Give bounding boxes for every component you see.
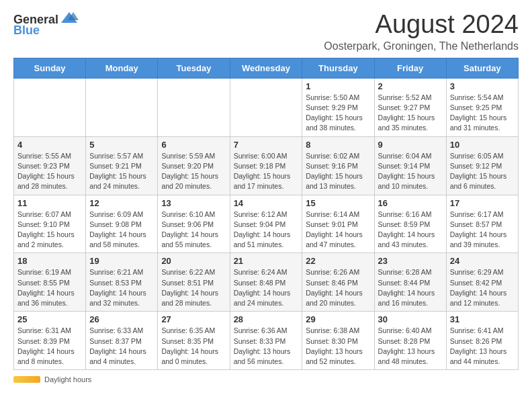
day-number: 15 — [306, 198, 370, 208]
calendar-header-wednesday: Wednesday — [230, 58, 302, 78]
calendar-cell: 15Sunrise: 6:14 AM Sunset: 9:01 PM Dayli… — [302, 195, 374, 253]
day-number: 12 — [89, 198, 154, 208]
calendar-cell — [230, 78, 302, 136]
day-info: Sunrise: 5:59 AM Sunset: 9:20 PM Dayligh… — [161, 151, 226, 192]
calendar-header-sunday: Sunday — [14, 58, 86, 78]
day-number: 22 — [306, 256, 370, 266]
daylight-bar-icon — [13, 376, 40, 383]
calendar-cell: 13Sunrise: 6:10 AM Sunset: 9:06 PM Dayli… — [158, 195, 230, 253]
day-info: Sunrise: 6:26 AM Sunset: 8:46 PM Dayligh… — [306, 267, 370, 308]
day-info: Sunrise: 6:28 AM Sunset: 8:44 PM Dayligh… — [378, 267, 443, 308]
calendar-week-row: 4Sunrise: 5:55 AM Sunset: 9:23 PM Daylig… — [14, 136, 519, 195]
day-number: 27 — [161, 314, 226, 324]
day-number: 9 — [378, 140, 443, 150]
day-number: 6 — [161, 140, 226, 150]
day-info: Sunrise: 6:40 AM Sunset: 8:28 PM Dayligh… — [378, 326, 443, 367]
day-info: Sunrise: 6:41 AM Sunset: 8:26 PM Dayligh… — [450, 326, 515, 367]
day-info: Sunrise: 6:21 AM Sunset: 8:53 PM Dayligh… — [89, 267, 154, 308]
day-number: 2 — [378, 81, 443, 91]
day-number: 29 — [306, 314, 370, 324]
day-info: Sunrise: 6:07 AM Sunset: 9:10 PM Dayligh… — [17, 210, 82, 250]
day-info: Sunrise: 5:50 AM Sunset: 9:29 PM Dayligh… — [306, 93, 370, 134]
day-number: 13 — [161, 198, 226, 208]
calendar-cell: 18Sunrise: 6:19 AM Sunset: 8:55 PM Dayli… — [14, 253, 86, 312]
day-number: 24 — [450, 256, 515, 266]
day-number: 7 — [234, 140, 299, 150]
calendar-cell — [158, 78, 230, 136]
calendar-cell: 27Sunrise: 6:35 AM Sunset: 8:35 PM Dayli… — [158, 312, 230, 370]
calendar-header-row: SundayMondayTuesdayWednesdayThursdayFrid… — [14, 58, 519, 78]
calendar-cell: 2Sunrise: 5:52 AM Sunset: 9:27 PM Daylig… — [374, 78, 446, 136]
day-number: 31 — [450, 314, 515, 324]
calendar-week-row: 1Sunrise: 5:50 AM Sunset: 9:29 PM Daylig… — [14, 78, 519, 136]
day-info: Sunrise: 6:16 AM Sunset: 8:59 PM Dayligh… — [378, 210, 443, 250]
day-info: Sunrise: 6:10 AM Sunset: 9:06 PM Dayligh… — [161, 210, 226, 250]
calendar-cell: 17Sunrise: 6:17 AM Sunset: 8:57 PM Dayli… — [446, 195, 518, 253]
calendar-cell: 28Sunrise: 6:36 AM Sunset: 8:33 PM Dayli… — [230, 312, 302, 370]
calendar-cell: 6Sunrise: 5:59 AM Sunset: 9:20 PM Daylig… — [158, 136, 230, 195]
day-info: Sunrise: 6:38 AM Sunset: 8:30 PM Dayligh… — [306, 326, 370, 367]
day-info: Sunrise: 5:54 AM Sunset: 9:25 PM Dayligh… — [450, 93, 515, 134]
day-number: 20 — [161, 256, 226, 266]
day-number: 1 — [306, 81, 370, 91]
logo: General Blue — [13, 13, 79, 37]
calendar-header-thursday: Thursday — [302, 58, 374, 78]
day-number: 30 — [378, 314, 443, 324]
calendar-cell: 24Sunrise: 6:29 AM Sunset: 8:42 PM Dayli… — [446, 253, 518, 312]
calendar-table: SundayMondayTuesdayWednesdayThursdayFrid… — [13, 58, 519, 370]
day-info: Sunrise: 6:22 AM Sunset: 8:51 PM Dayligh… — [161, 267, 226, 308]
day-number: 17 — [450, 198, 515, 208]
day-number: 3 — [450, 81, 515, 91]
day-info: Sunrise: 6:00 AM Sunset: 9:18 PM Dayligh… — [234, 151, 299, 192]
day-number: 14 — [234, 198, 299, 208]
daylight-label: Daylight hours — [44, 375, 91, 383]
page-header: General Blue August 2024 Oosterpark, Gro… — [13, 11, 519, 52]
day-info: Sunrise: 6:09 AM Sunset: 9:08 PM Dayligh… — [89, 210, 154, 250]
day-info: Sunrise: 6:05 AM Sunset: 9:12 PM Dayligh… — [450, 151, 515, 192]
day-info: Sunrise: 6:12 AM Sunset: 9:04 PM Dayligh… — [234, 210, 299, 250]
calendar-cell: 30Sunrise: 6:40 AM Sunset: 8:28 PM Dayli… — [374, 312, 446, 370]
calendar-cell: 8Sunrise: 6:02 AM Sunset: 9:16 PM Daylig… — [302, 136, 374, 195]
calendar-cell: 19Sunrise: 6:21 AM Sunset: 8:53 PM Dayli… — [86, 253, 158, 312]
day-number: 26 — [89, 314, 154, 324]
calendar-cell: 14Sunrise: 6:12 AM Sunset: 9:04 PM Dayli… — [230, 195, 302, 253]
calendar-cell: 10Sunrise: 6:05 AM Sunset: 9:12 PM Dayli… — [446, 136, 518, 195]
day-number: 19 — [89, 256, 154, 266]
calendar-week-row: 25Sunrise: 6:31 AM Sunset: 8:39 PM Dayli… — [14, 312, 519, 370]
calendar-cell: 21Sunrise: 6:24 AM Sunset: 8:48 PM Dayli… — [230, 253, 302, 312]
calendar-cell: 9Sunrise: 6:04 AM Sunset: 9:14 PM Daylig… — [374, 136, 446, 195]
calendar-cell: 20Sunrise: 6:22 AM Sunset: 8:51 PM Dayli… — [158, 253, 230, 312]
calendar-cell: 4Sunrise: 5:55 AM Sunset: 9:23 PM Daylig… — [14, 136, 86, 195]
day-info: Sunrise: 5:55 AM Sunset: 9:23 PM Dayligh… — [17, 151, 82, 192]
day-info: Sunrise: 6:31 AM Sunset: 8:39 PM Dayligh… — [17, 326, 82, 367]
day-number: 10 — [450, 140, 515, 150]
calendar-header-saturday: Saturday — [446, 58, 518, 78]
calendar-header-tuesday: Tuesday — [158, 58, 230, 78]
calendar-week-row: 18Sunrise: 6:19 AM Sunset: 8:55 PM Dayli… — [14, 253, 519, 312]
calendar-header-friday: Friday — [374, 58, 446, 78]
month-title: August 2024 — [324, 11, 519, 39]
day-info: Sunrise: 6:02 AM Sunset: 9:16 PM Dayligh… — [306, 151, 370, 192]
title-section: August 2024 Oosterpark, Groningen, The N… — [324, 11, 519, 52]
day-info: Sunrise: 6:17 AM Sunset: 8:57 PM Dayligh… — [450, 210, 515, 250]
day-info: Sunrise: 6:19 AM Sunset: 8:55 PM Dayligh… — [17, 267, 82, 308]
calendar-cell: 11Sunrise: 6:07 AM Sunset: 9:10 PM Dayli… — [14, 195, 86, 253]
calendar-cell: 3Sunrise: 5:54 AM Sunset: 9:25 PM Daylig… — [446, 78, 518, 136]
day-number: 11 — [17, 198, 82, 208]
day-number: 25 — [17, 314, 82, 324]
day-info: Sunrise: 6:04 AM Sunset: 9:14 PM Dayligh… — [378, 151, 443, 192]
day-info: Sunrise: 6:14 AM Sunset: 9:01 PM Dayligh… — [306, 210, 370, 250]
calendar-cell: 16Sunrise: 6:16 AM Sunset: 8:59 PM Dayli… — [374, 195, 446, 253]
calendar-week-row: 11Sunrise: 6:07 AM Sunset: 9:10 PM Dayli… — [14, 195, 519, 253]
calendar-cell: 25Sunrise: 6:31 AM Sunset: 8:39 PM Dayli… — [14, 312, 86, 370]
calendar-cell — [86, 78, 158, 136]
location-title: Oosterpark, Groningen, The Netherlands — [324, 40, 519, 52]
day-number: 8 — [306, 140, 370, 150]
calendar-cell: 22Sunrise: 6:26 AM Sunset: 8:46 PM Dayli… — [302, 253, 374, 312]
day-info: Sunrise: 6:35 AM Sunset: 8:35 PM Dayligh… — [161, 326, 226, 367]
day-info: Sunrise: 6:29 AM Sunset: 8:42 PM Dayligh… — [450, 267, 515, 308]
calendar-header-monday: Monday — [86, 58, 158, 78]
calendar-cell: 29Sunrise: 6:38 AM Sunset: 8:30 PM Dayli… — [302, 312, 374, 370]
day-number: 21 — [234, 256, 299, 266]
day-number: 23 — [378, 256, 443, 266]
